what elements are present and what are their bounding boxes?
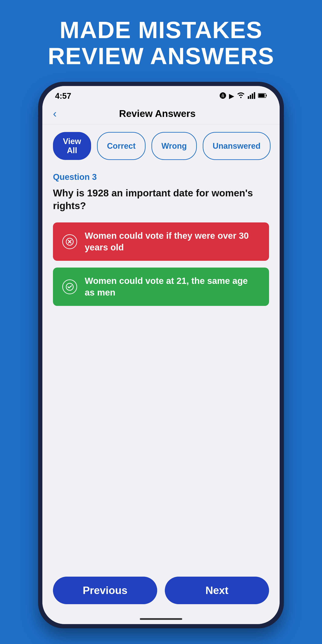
hero-title: MADE MISTAKES REVIEW ANSWERS	[48, 17, 274, 69]
answer-option-wrong: Women could vote if they were over 30 ye…	[53, 222, 269, 261]
filter-correct[interactable]: Correct	[97, 132, 146, 160]
phone-screen: 4:57 🅐 ▶ ‹ Review Answers View A	[42, 86, 280, 624]
question-text: Why is 1928 an important date for women'…	[53, 187, 269, 212]
battery-icon	[258, 93, 267, 99]
svg-rect-4	[254, 92, 255, 99]
svg-rect-3	[252, 94, 253, 99]
signal-icon	[248, 92, 256, 100]
svg-point-0	[240, 97, 242, 98]
hero-line2: REVIEW ANSWERS	[48, 43, 274, 69]
filter-unanswered[interactable]: Unanswered	[203, 132, 270, 160]
hero-line1: MADE MISTAKES	[60, 17, 262, 43]
correct-icon	[62, 280, 77, 294]
notification-icon: 🅐	[220, 92, 226, 100]
media-icon: ▶	[229, 92, 234, 100]
page-title: Review Answers	[56, 108, 258, 119]
question-label: Question 3	[53, 172, 269, 182]
wrong-icon	[62, 234, 77, 249]
filter-wrong[interactable]: Wrong	[152, 132, 197, 160]
filter-view-all[interactable]: View All	[53, 132, 91, 160]
svg-rect-1	[248, 96, 249, 99]
status-icons: 🅐 ▶	[220, 91, 267, 101]
status-bar: 4:57 🅐 ▶	[42, 86, 280, 103]
home-bar	[140, 618, 182, 620]
hero-section: MADE MISTAKES REVIEW ANSWERS	[48, 0, 274, 82]
status-time: 4:57	[55, 92, 71, 100]
nav-bar: ‹ Review Answers	[42, 103, 280, 124]
svg-rect-2	[250, 95, 251, 99]
answer-option-correct: Women could vote at 21, the same age as …	[53, 268, 269, 306]
phone-device: 4:57 🅐 ▶ ‹ Review Answers View A	[38, 82, 284, 628]
answer-wrong-text: Women could vote if they were over 30 ye…	[85, 230, 260, 253]
svg-rect-7	[266, 95, 267, 96]
wifi-icon	[237, 91, 245, 101]
back-button[interactable]: ‹	[53, 107, 56, 120]
svg-rect-6	[259, 94, 264, 97]
content-area: Question 3 Why is 1928 an important date…	[42, 166, 280, 569]
next-button[interactable]: Next	[165, 577, 269, 604]
bottom-bar: Previous Next	[42, 569, 280, 616]
previous-button[interactable]: Previous	[53, 577, 157, 604]
answer-correct-text: Women could vote at 21, the same age as …	[85, 275, 260, 298]
home-indicator	[42, 616, 280, 624]
filter-row: View All Correct Wrong Unanswered	[42, 124, 280, 166]
